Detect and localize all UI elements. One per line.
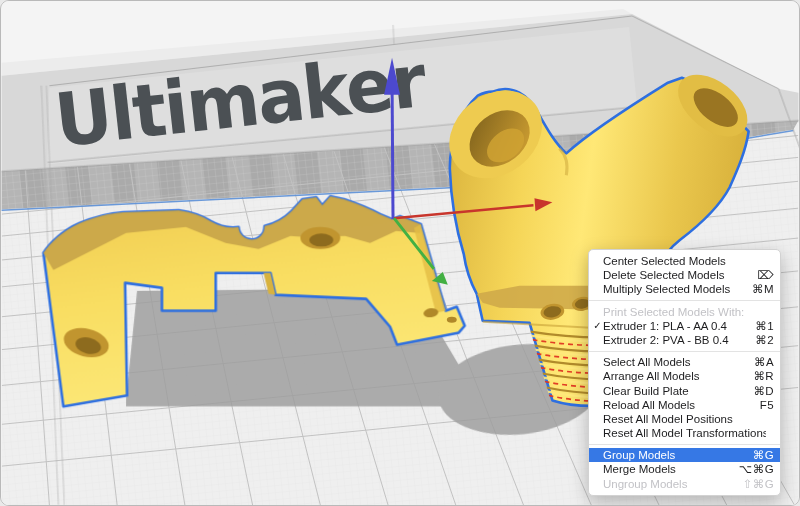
context-menu: Center Selected Models Delete Selected M… [588,249,781,496]
menu-separator [589,300,780,301]
menu-item-group-models[interactable]: Group Models ⌘G [589,448,780,462]
delete-key-icon: ⌦ [757,268,774,282]
menu-header-print-with: Print Selected Models With: [589,305,780,319]
menu-item-center-selected[interactable]: Center Selected Models [589,254,780,268]
cura-viewport-window: Ultimaker [0,0,800,506]
menu-item-delete-selected[interactable]: Delete Selected Models ⌦ [589,268,780,282]
menu-item-ungroup-models: Ungroup Models ⇧⌘G [589,477,780,491]
menu-item-multiply-selected[interactable]: Multiply Selected Models ⌘M [589,282,780,296]
menu-item-reload-all[interactable]: Reload All Models F5 [589,398,780,412]
menu-separator [589,444,780,445]
menu-item-extruder-2[interactable]: Extruder 2: PVA - BB 0.4 ⌘2 [589,333,780,347]
checkmark-icon: ✓ [592,319,603,333]
menu-item-select-all[interactable]: Select All Models ⌘A [589,355,780,369]
menu-item-merge-models[interactable]: Merge Models ⌥⌘G [589,462,780,476]
menu-item-arrange-all[interactable]: Arrange All Models ⌘R [589,369,780,383]
menu-item-clear-build-plate[interactable]: Clear Build Plate ⌘D [589,384,780,398]
menu-item-reset-positions[interactable]: Reset All Model Positions [589,412,780,426]
bracket-hole-top [300,227,340,249]
menu-item-reset-transformations[interactable]: Reset All Model Transformations [589,426,780,440]
menu-item-extruder-1[interactable]: ✓ Extruder 1: PLA - AA 0.4 ⌘1 [589,319,780,333]
menu-separator [589,351,780,352]
